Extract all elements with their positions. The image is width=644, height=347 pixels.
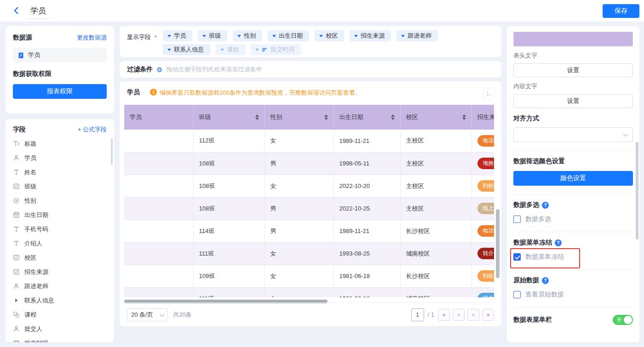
raw-data-row: 查看原始数据 xyxy=(513,290,633,299)
menu-freeze-checkbox[interactable] xyxy=(513,253,521,261)
table-row[interactable]: 111班女1981-06-18城南校区招生 xyxy=(124,287,494,297)
gear-icon[interactable]: ⚙ xyxy=(156,66,162,73)
field-item[interactable]: 校区 xyxy=(13,250,107,265)
field-item[interactable]: 标题 xyxy=(13,137,107,151)
table-cell-source: 地推 xyxy=(472,152,494,175)
report-permission-button[interactable]: 报表权限 xyxy=(13,84,107,99)
field-item[interactable]: 手机号码 xyxy=(13,222,107,236)
datasource-item[interactable]: 学员 xyxy=(13,48,107,63)
display-field-tag[interactable]: 学员 xyxy=(163,30,192,41)
back-icon[interactable] xyxy=(12,6,21,15)
divider xyxy=(513,194,633,194)
column-sort-icon[interactable] xyxy=(462,114,466,120)
change-datasource-link[interactable]: 更改数据源 xyxy=(77,34,107,42)
table-cell-source: 到校 xyxy=(472,265,494,287)
caret-right-icon xyxy=(13,297,20,304)
multi-select-checkbox[interactable] xyxy=(513,216,521,223)
table-cell-source: 到校 xyxy=(472,175,494,197)
access-title: 数据获取权限 xyxy=(13,70,107,78)
table-row[interactable]: 108班男1998-05-11主校区地推 xyxy=(124,152,494,175)
field-item[interactable]: 提交人 xyxy=(13,322,107,336)
display-field-tag[interactable]: 校区 xyxy=(315,30,344,41)
header-color-swatch[interactable] xyxy=(513,32,633,46)
table-cell: 主校区 xyxy=(400,197,472,220)
menu-freeze-row: 数据菜单冻结 xyxy=(513,253,633,261)
table-column-header: 学员 xyxy=(124,105,193,130)
display-field-tag[interactable]: 提交时间 xyxy=(251,44,301,55)
field-item[interactable]: 联系人信息 xyxy=(13,293,107,307)
help-icon[interactable]: ? xyxy=(542,202,549,209)
display-field-tag[interactable]: 联系人信息 xyxy=(163,44,210,55)
table-row[interactable]: 112班女1989-11-21主校区电话 xyxy=(124,130,494,152)
select-icon xyxy=(13,268,20,275)
field-item[interactable]: 跟进老师 xyxy=(13,279,107,293)
table-vertical-scrollbar[interactable] xyxy=(496,209,500,278)
field-item-label: 介绍人 xyxy=(24,239,42,248)
save-button[interactable]: 保存 xyxy=(603,4,639,18)
table-cell-source: 电话 xyxy=(472,220,494,242)
field-item[interactable]: 性别 xyxy=(13,193,107,208)
last-page-button[interactable]: » xyxy=(482,309,494,321)
field-list: 标题学员姓名班级性别出生日期手机号码介绍人校区招生来源跟进老师联系人信息课程提交… xyxy=(13,137,107,342)
field-item[interactable]: 招生来源 xyxy=(13,265,107,279)
column-sort-icon[interactable] xyxy=(324,114,328,120)
display-field-tag[interactable]: 班级 xyxy=(198,30,227,41)
table-cell: 108班 xyxy=(193,197,264,220)
fields-scrollbar[interactable] xyxy=(111,138,113,165)
display-field-tag[interactable]: 性别 xyxy=(233,30,262,41)
field-item[interactable]: 班级 xyxy=(13,179,107,193)
display-field-tag[interactable]: 课程 xyxy=(216,44,245,55)
field-item[interactable]: 学员 xyxy=(13,151,107,165)
field-item[interactable]: 出生日期 xyxy=(13,208,107,222)
header-text-settings-button[interactable]: 设置 xyxy=(513,63,633,77)
column-sort-icon[interactable] xyxy=(255,114,259,120)
color-settings-button[interactable]: 颜色设置 xyxy=(513,171,633,186)
table-row[interactable]: 108班男2022-10-25主校区线上 xyxy=(124,197,494,220)
help-icon[interactable]: ? xyxy=(555,239,562,246)
display-field-tag[interactable]: 出生日期 xyxy=(268,30,309,41)
caret-down-icon xyxy=(401,35,405,37)
field-item-label: 学员 xyxy=(24,154,36,162)
field-item-label: 出生日期 xyxy=(24,211,48,219)
current-page-box[interactable]: 1 xyxy=(411,308,424,321)
display-field-tag[interactable]: 招生来源 xyxy=(350,30,391,41)
table-row[interactable]: 111班女1993-08-25城南校区转介 xyxy=(124,242,494,265)
next-page-button[interactable]: › xyxy=(467,309,479,321)
table-column-header[interactable]: 性别 xyxy=(264,105,334,130)
table-row[interactable]: 114班男1989-11-21长沙校区电话 xyxy=(124,220,494,242)
field-item-label: 姓名 xyxy=(24,168,36,176)
field-item[interactable]: 姓名 xyxy=(13,165,107,179)
relation-icon xyxy=(13,311,20,318)
align-label: 对齐方式 xyxy=(513,114,633,123)
display-field-tag[interactable]: 跟进老师 xyxy=(397,30,438,41)
add-display-field-button[interactable]: + xyxy=(154,33,157,40)
page-size-select[interactable]: 20 条/页 xyxy=(127,308,167,321)
panel-scrollbar[interactable] xyxy=(636,142,638,239)
table-column-header[interactable]: 校区 xyxy=(400,105,472,130)
field-item[interactable]: 介绍人 xyxy=(13,236,107,250)
help-icon[interactable]: ? xyxy=(542,277,549,284)
source-tag: 转介 xyxy=(477,248,494,259)
table-column-header[interactable]: 班级 xyxy=(193,105,264,130)
column-label: 学员 xyxy=(130,113,142,121)
content-text-settings-button[interactable]: 设置 xyxy=(513,94,633,108)
table-cell-source: 招生 xyxy=(472,287,494,297)
first-page-button[interactable]: « xyxy=(438,309,450,321)
menu-bar-toggle[interactable]: 开 xyxy=(613,315,633,325)
field-item[interactable]: 课程 xyxy=(13,307,107,322)
table-column-header[interactable]: 出生日期 xyxy=(334,105,400,130)
column-sort-icon[interactable] xyxy=(391,114,395,120)
field-item[interactable]: 提交时间 xyxy=(13,336,107,342)
align-select[interactable] xyxy=(513,127,633,142)
formula-field-link[interactable]: + 公式字段 xyxy=(78,125,107,134)
prev-page-button[interactable]: ‹ xyxy=(453,309,465,321)
raw-data-checkbox[interactable] xyxy=(513,291,521,298)
menu-bar-title: 数据表菜单栏 xyxy=(513,316,552,324)
caret-down-icon xyxy=(167,49,171,51)
table-row[interactable]: 108班女2022-10-20主校区到校 xyxy=(124,175,494,197)
field-item-label: 提交人 xyxy=(24,325,42,333)
table-cell xyxy=(124,265,193,287)
caret-down-icon xyxy=(220,49,224,51)
sort-tool-button[interactable]: 1↓ xyxy=(483,88,495,100)
table-row[interactable]: 109班女1981-06-18长沙校区到校 xyxy=(124,265,494,287)
